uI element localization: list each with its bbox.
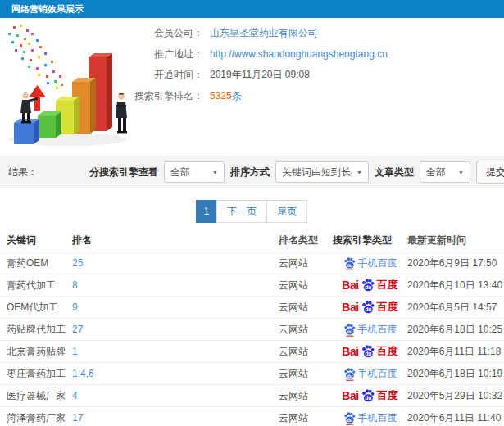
table-row: 枣庄膏药加工1,4,6云网站du手机百度2020年6月18日 10:19 — [0, 363, 504, 385]
keyword-cell: 医疗器械厂家 — [0, 389, 72, 403]
keyword-cell: 北京膏药贴牌 — [0, 345, 72, 359]
baidu-paw-icon: du — [361, 344, 375, 360]
baidu-paw-icon: du — [343, 323, 356, 337]
chevron-down-icon: ▼ — [356, 170, 362, 175]
baidu-paw-icon: du — [343, 256, 356, 270]
keyword-cell: 膏药代加工 — [0, 279, 72, 292]
page: 网络营销效果展示 — [0, 0, 504, 426]
chevron-down-icon: ▼ — [458, 170, 464, 175]
baidu-paw-icon: du — [361, 388, 375, 404]
keyword-cell: 药贴牌代加工 — [0, 323, 72, 337]
pagination-last-button[interactable]: 尾页 — [266, 200, 307, 223]
result-label: 结果： — [8, 165, 38, 179]
baidu-logo-bai-text: Bai — [342, 345, 358, 358]
svg-text:du: du — [365, 351, 371, 356]
updated-time-cell: 2020年6月10日 13:40 — [407, 279, 504, 292]
company-label: 会员公司： — [103, 26, 203, 40]
updated-time-cell: 2020年6月11日 11:40 — [407, 411, 504, 425]
mobile-baidu-label: 手机百度 — [358, 323, 397, 337]
open-time-value: 2019年11月20日 09:08 — [210, 68, 310, 82]
updated-time-cell: 2020年6月18日 10:25 — [407, 323, 504, 337]
rank-link[interactable]: 8 — [72, 279, 279, 291]
baidu-logo-bai-text: Bai — [342, 389, 358, 402]
baidu-logo-cn-text: 百度 — [377, 388, 398, 403]
svg-text:du: du — [365, 284, 371, 290]
titlebar: 网络营销效果展示 — [0, 0, 504, 18]
rank-type-cell: 云网站 — [279, 279, 333, 292]
column-header: 排名类型 — [279, 233, 333, 247]
rank-type-cell: 云网站 — [279, 323, 333, 337]
info-row-company: 会员公司： 山东皇圣堂药业有限公司 — [103, 23, 388, 44]
article-type-select[interactable]: 全部 ▼ — [420, 161, 470, 183]
mobile-baidu-label: 手机百度 — [358, 367, 397, 381]
updated-time-cell: 2020年6月5日 14:57 — [407, 301, 504, 315]
baidu-pc-logo: Baidu百度 — [333, 278, 407, 293]
pagination: 1下一页尾页 — [0, 200, 504, 223]
mobile-baidu-label: 手机百度 — [358, 411, 397, 425]
table-body: 膏药OEM25云网站du手机百度2020年6月9日 17:50膏药代加工8云网站… — [0, 252, 504, 426]
article-type-label: 文章类型 — [375, 165, 414, 179]
page-title: 网络营销效果展示 — [11, 4, 84, 14]
baidu-pc-logo: Baidu百度 — [333, 344, 407, 360]
rank-link[interactable]: 27 — [72, 324, 279, 335]
rank-type-cell: 云网站 — [279, 345, 333, 359]
rank-type-cell: 云网站 — [279, 256, 333, 270]
rank-type-cell: 云网站 — [279, 389, 333, 403]
info-row-url: 推广地址： http://www.shandonghuangshengtang.… — [103, 44, 388, 66]
rank-link[interactable]: 4 — [72, 390, 279, 401]
keyword-cell: 枣庄膏药加工 — [0, 367, 72, 381]
column-header: 最新更新时间 — [407, 233, 504, 247]
table-row: 药贴牌代加工27云网站du手机百度2020年6月18日 10:25 — [0, 319, 504, 341]
rank-count-label: 搜索引擎排名： — [103, 89, 203, 103]
filter-controls: 分搜索引擎查看 全部 ▼ 排序方式 关键词由短到长排序 ▼ 文章类型 全部 ▼ … — [89, 161, 504, 184]
rank-link[interactable]: 17 — [72, 412, 279, 424]
sort-select[interactable]: 关键词由短到长排序 ▼ — [275, 161, 369, 183]
chevron-down-icon: ▼ — [212, 170, 218, 175]
rank-link[interactable]: 25 — [72, 257, 279, 269]
keyword-cell: OEM代加工 — [0, 301, 72, 315]
baidu-logo-bai-text: Bai — [342, 301, 358, 314]
engine-filter-value: 全部 — [170, 165, 207, 179]
article-type-value: 全部 — [426, 165, 453, 179]
keyword-cell: 膏药OEM — [0, 256, 72, 270]
baidu-pc-logo: Baidu百度 — [333, 300, 407, 315]
info-fields: 会员公司： 山东皇圣堂药业有限公司 推广地址： http://www.shand… — [103, 23, 388, 106]
baidu-paw-icon: du — [343, 367, 356, 381]
table-row: 膏药代加工8云网站Baidu百度2020年6月10日 13:40 — [0, 274, 504, 297]
confetti-dots — [8, 25, 63, 89]
results-table: 关键词排名排名类型搜索引擎类型最新更新时间 膏药OEM25云网站du手机百度20… — [0, 229, 504, 426]
submit-button[interactable]: 提交 — [476, 161, 504, 184]
rank-link[interactable]: 1 — [72, 346, 279, 357]
rank-type-cell: 云网站 — [279, 301, 333, 315]
mobile-baidu-logo: du手机百度 — [333, 411, 407, 425]
svg-text:du: du — [365, 306, 371, 312]
mobile-baidu-label: 手机百度 — [358, 256, 397, 270]
company-link[interactable]: 山东皇圣堂药业有限公司 — [210, 26, 318, 40]
sort-label: 排序方式 — [230, 165, 270, 179]
table-row: 膏药OEM25云网站du手机百度2020年6月9日 17:50 — [0, 252, 504, 274]
pagination-current-page[interactable]: 1 — [196, 200, 218, 223]
updated-time-cell: 2020年5月29日 10:32 — [407, 389, 504, 403]
rank-count-value[interactable]: 5325条 — [210, 89, 242, 103]
promo-url-label: 推广地址： — [103, 48, 203, 61]
column-header: 排名 — [72, 233, 279, 247]
svg-text:du: du — [347, 329, 352, 333]
baidu-paw-icon: du — [343, 411, 356, 425]
rank-link[interactable]: 9 — [72, 301, 279, 313]
column-header: 关键词 — [0, 233, 72, 247]
pagination-next-button[interactable]: 下一页 — [216, 200, 267, 223]
updated-time-cell: 2020年6月18日 10:19 — [407, 367, 504, 381]
baidu-pc-logo: Baidu百度 — [333, 388, 407, 404]
rank-link[interactable]: 1,4,6 — [72, 368, 279, 379]
column-header: 搜索引擎类型 — [333, 233, 407, 247]
rank-type-cell: 云网站 — [279, 367, 333, 381]
baidu-paw-icon: du — [361, 300, 375, 315]
engine-filter-select[interactable]: 全部 ▼ — [164, 161, 225, 183]
promo-url-link[interactable]: http://www.shandonghuangshengtang.cn — [210, 48, 388, 60]
table-row: 医疗器械厂家4云网站Baidu百度2020年5月29日 10:32 — [0, 385, 504, 407]
engine-filter-label: 分搜索引擎查看 — [89, 165, 158, 179]
baidu-logo-bai-text: Bai — [342, 279, 358, 292]
info-row-open-time: 开通时间： 2019年11月20日 09:08 — [103, 65, 388, 86]
open-time-label: 开通时间： — [103, 68, 203, 82]
svg-text:du: du — [365, 395, 371, 401]
